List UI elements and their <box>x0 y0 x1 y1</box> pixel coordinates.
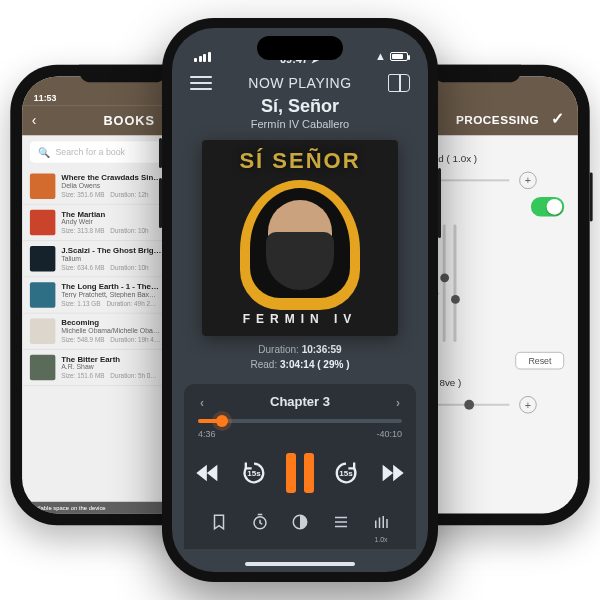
pause-button[interactable] <box>286 453 314 493</box>
book-cover <box>30 210 55 235</box>
theme-button[interactable] <box>287 509 313 535</box>
book-duration: Duration: 10h <box>110 227 148 234</box>
book-size: Size: 548.9 MB <box>61 336 104 343</box>
eq-band[interactable] <box>443 224 446 342</box>
wifi-icon: ▲ <box>375 50 386 62</box>
confirm-icon[interactable]: ✓ <box>551 109 564 128</box>
chapter-title: ‹ Chapter 3 › <box>198 394 402 409</box>
now-playing-title: NOW PLAYING <box>212 75 388 91</box>
phone-side-button <box>159 138 162 168</box>
book-duration: Duration: 5h 0… <box>110 372 156 379</box>
player-topbar: NOW PLAYING <box>172 68 428 94</box>
book-duration: Duration: 10h <box>110 264 148 271</box>
book-size: Size: 1.13 GB <box>61 300 100 307</box>
chapters-button[interactable] <box>328 509 354 535</box>
chapter-prev-icon[interactable]: ‹ <box>200 396 204 410</box>
book-duration: Duration: 19h 4… <box>110 336 160 343</box>
phone-side-button <box>159 178 162 228</box>
battery-icon <box>390 52 408 61</box>
duration-value: 10:36:59 <box>302 344 342 355</box>
speed-button[interactable]: 1.0x <box>368 509 394 535</box>
reset-button[interactable]: Reset <box>516 352 565 370</box>
chapter-panel: ‹ Chapter 3 › 4:36 -40:10 <box>184 384 416 549</box>
status-time: 11:53 <box>34 93 57 103</box>
bookmark-button[interactable] <box>206 509 232 535</box>
book-cover <box>30 246 55 271</box>
processing-title: PROCESSING <box>456 114 539 128</box>
chapter-next-icon[interactable]: › <box>396 396 400 410</box>
phone-center: 09:47 ➤ ▲ NOW PLAYING Sí, Señor Fermín I… <box>162 18 438 582</box>
skip-fwd-label: 15s <box>339 469 352 478</box>
player-screen: 09:47 ➤ ▲ NOW PLAYING Sí, Señor Fermín I… <box>172 28 428 572</box>
book-cover <box>30 355 55 380</box>
book-cover <box>30 319 55 344</box>
phone-notch <box>433 65 521 83</box>
cover-bottom-text: FERMIN IV <box>202 312 398 326</box>
cover-top-text: SÍ SEÑOR <box>202 148 398 174</box>
progress-times: 4:36 -40:10 <box>198 429 402 439</box>
playback-meta: Duration: 10:36:59 Read: 3:04:14 ( 29% ) <box>172 342 428 372</box>
menu-icon[interactable] <box>190 76 212 90</box>
phone-side-button <box>590 173 593 222</box>
read-value: 3:04:14 ( 29% ) <box>280 359 349 370</box>
progress-slider[interactable] <box>198 419 402 423</box>
eq-knob[interactable] <box>440 273 449 282</box>
library-icon[interactable] <box>388 74 410 92</box>
phone-side-button <box>438 168 441 238</box>
album-art: SÍ SEÑOR FERMIN IV <box>202 140 398 336</box>
remaining-time: -40:10 <box>376 429 402 439</box>
track-title: Sí, Señor <box>172 96 428 117</box>
track-artist: Fermín IV Caballero <box>172 118 428 130</box>
book-size: Size: 313.8 MB <box>61 227 104 234</box>
pitch-plus-button[interactable]: + <box>519 396 537 414</box>
chapter-label: Chapter 3 <box>270 394 330 409</box>
skip-back-button[interactable]: 15s <box>240 459 268 487</box>
book-size: Size: 151.6 MB <box>61 372 104 379</box>
back-icon[interactable]: ‹ <box>32 113 37 129</box>
home-indicator[interactable] <box>245 562 355 566</box>
eq-knob[interactable] <box>451 295 460 304</box>
book-duration: Duration: 49h 2… <box>106 300 156 307</box>
book-cover <box>30 173 55 198</box>
speed-value: 1.0x <box>374 536 387 543</box>
equalizer-toggle[interactable] <box>531 197 564 217</box>
book-cover <box>30 282 55 307</box>
status-right: ▲ <box>375 50 408 62</box>
duration-label: Duration: <box>258 344 299 355</box>
skip-fwd-button[interactable]: 15s <box>332 459 360 487</box>
utility-row: 1.0x <box>198 509 402 535</box>
read-label: Read: <box>251 359 278 370</box>
prev-track-button[interactable] <box>194 459 222 487</box>
eq-band[interactable] <box>453 224 456 342</box>
phone-notch <box>79 65 167 83</box>
skip-back-label: 15s <box>247 469 260 478</box>
cover-illustration <box>240 180 360 310</box>
sleep-timer-button[interactable] <box>247 509 273 535</box>
track-info: Sí, Señor Fermín IV Caballero <box>172 96 428 130</box>
signal-icon <box>194 52 211 62</box>
book-size: Size: 351.6 MB <box>61 191 104 198</box>
transport-controls: 15s 15s <box>198 453 402 493</box>
search-placeholder: Search for a book <box>55 147 125 157</box>
speed-plus-button[interactable]: + <box>519 172 537 190</box>
next-track-button[interactable] <box>378 459 406 487</box>
book-size: Size: 634.6 MB <box>61 264 104 271</box>
search-icon: 🔍 <box>38 147 50 158</box>
elapsed-time: 4:36 <box>198 429 216 439</box>
dynamic-island <box>257 36 343 60</box>
book-duration: Duration: 12h <box>110 191 148 198</box>
